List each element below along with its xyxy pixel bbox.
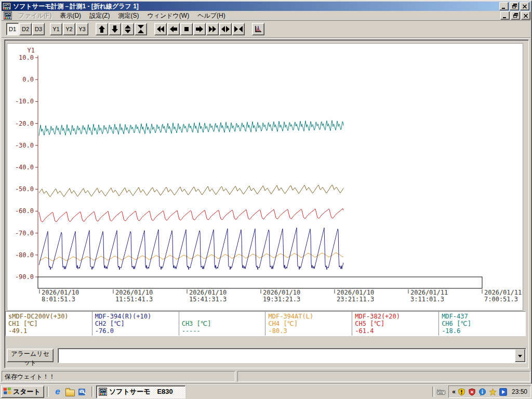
internet-explorer-icon[interactable]: e	[52, 387, 63, 397]
svg-text:Y1: Y1	[28, 47, 35, 54]
app-icon[interactable]	[3, 2, 11, 10]
d3-button[interactable]: D3	[32, 23, 45, 35]
minimize-button[interactable]	[499, 2, 509, 10]
tray-expand-chevron[interactable]: «	[452, 388, 456, 395]
menu-file[interactable]: ファイル(F)	[14, 10, 56, 21]
security-warning-shield-icon[interactable]	[458, 388, 466, 396]
security-alert-shield-icon[interactable]	[468, 388, 476, 396]
ch2-label: CH2 [℃]	[95, 320, 179, 327]
star-icon[interactable]	[489, 388, 497, 396]
status-message: 保存ウェイト！！	[2, 371, 235, 382]
mail-icon[interactable]	[77, 387, 88, 397]
step-left-button[interactable]	[167, 23, 180, 35]
ch6-label: CH6 [℃]	[442, 320, 525, 327]
collapse-vertical-icon	[137, 25, 145, 33]
status-bar: 保存ウェイト！！	[2, 369, 530, 383]
rewind-button[interactable]	[154, 23, 167, 35]
mdi-close-button[interactable]	[521, 11, 530, 20]
y2-button[interactable]: Y2	[63, 23, 75, 35]
info-balloon-icon[interactable]	[478, 388, 487, 396]
d1-button[interactable]: D1	[6, 23, 19, 35]
mdi-document-icon[interactable]	[4, 11, 12, 20]
legend-ch5[interactable]: MDF-382(+20) CH5 [℃] -61.4	[352, 312, 439, 336]
chart-panel: Y110.00.0-10.0-20.0-30.0-40.0-50.0-60.0-…	[7, 43, 523, 311]
legend-ch6[interactable]: MDF-437 CH6 [℃] -18.6	[439, 312, 525, 336]
y3-button[interactable]: Y3	[76, 23, 88, 35]
svg-text:11:51:41.3: 11:51:41.3	[115, 296, 153, 303]
ch6-name: MDF-437	[442, 313, 525, 320]
expand-horizontal-button[interactable]	[219, 23, 232, 35]
title-bar: ソフトサーモ計測－計測1 - [折れ線グラフ 1]	[2, 2, 530, 11]
ch6-value: -18.6	[442, 327, 525, 335]
d2-button[interactable]: D2	[19, 23, 32, 35]
close-button[interactable]	[520, 2, 529, 10]
menu-help[interactable]: ヘルプ(H)	[193, 10, 230, 21]
line-chart[interactable]: Y110.00.0-10.0-20.0-30.0-40.0-50.0-60.0-…	[7, 44, 523, 310]
alarm-message-combobox[interactable]	[58, 348, 526, 363]
svg-text:-30.0: -30.0	[15, 142, 34, 149]
fast-forward-button[interactable]	[206, 23, 219, 35]
mdi-restore-button[interactable]	[511, 11, 520, 20]
legend-ch2[interactable]: MDF-394(R)(+10) CH2 [℃] -76.0	[92, 312, 179, 336]
taskbar-separator-3	[432, 387, 434, 397]
alarm-reset-button[interactable]: アラームリセット	[7, 349, 54, 362]
legend-ch3[interactable]: CH3 [℃] -----	[179, 312, 266, 336]
stop-button[interactable]	[180, 23, 193, 35]
status-secondary	[237, 371, 530, 382]
ch5-value: -61.4	[355, 327, 438, 335]
scroll-up-button[interactable]	[96, 23, 108, 35]
system-tray: « 23:50	[448, 385, 531, 398]
ch1-name: sMDF-DC200V(+30)	[8, 313, 92, 320]
expand-vertical-icon	[124, 25, 132, 33]
menu-bar: ファイル(F) 表示(D) 設定(Z) 測定(S) ウィンドウ(W) ヘルプ(H…	[2, 11, 530, 21]
menu-view[interactable]: 表示(D)	[56, 10, 85, 21]
ch3-value: -----	[182, 327, 265, 335]
legend-ch1[interactable]: sMDF-DC200V(+30) CH1 [℃] -49.1	[6, 312, 92, 336]
scroll-down-button[interactable]	[109, 23, 121, 35]
svg-text:7:00:51.3: 7:00:51.3	[484, 296, 518, 303]
y1-button[interactable]: Y1	[50, 23, 62, 35]
chart-icon	[254, 25, 262, 33]
ch5-label: CH5 [℃]	[355, 320, 438, 327]
expand-horizontal-icon	[221, 25, 230, 33]
restore-button[interactable]	[510, 2, 519, 10]
windows-logo-icon	[3, 387, 11, 396]
down-arrow-icon	[111, 25, 119, 33]
start-button[interactable]: スタート	[1, 385, 44, 398]
mdi-minimize-button[interactable]	[500, 11, 510, 20]
ch3-label: CH3 [℃]	[182, 320, 265, 327]
up-arrow-icon	[98, 25, 106, 33]
svg-text:-80.0: -80.0	[15, 251, 34, 259]
svg-text:23:21:11.3: 23:21:11.3	[337, 296, 374, 303]
ch1-label: CH1 [℃]	[8, 320, 92, 327]
task-button-softthermo[interactable]: ソフトサーモ E830	[96, 385, 185, 398]
legend-ch4[interactable]: MDF-394AT(L) CH4 [℃] -80.3	[265, 312, 352, 336]
graph-view-button[interactable]	[252, 23, 264, 35]
ch2-name: MDF-394(R)(+10)	[95, 313, 179, 320]
svg-text:2026/01/10: 2026/01/10	[263, 289, 300, 296]
collapse-horizontal-button[interactable]	[232, 23, 245, 35]
menu-measure[interactable]: 測定(S)	[114, 10, 143, 21]
task-button-label: ソフトサーモ E830	[109, 387, 173, 396]
ch4-name: MDF-394AT(L)	[268, 313, 352, 320]
collapse-vertical-button[interactable]	[135, 23, 147, 35]
window-title: ソフトサーモ計測－計測1 - [折れ線グラフ 1]	[13, 2, 498, 11]
menu-window[interactable]: ウィンドウ(W)	[143, 10, 193, 21]
chevron-down-icon	[518, 355, 522, 360]
ch3-name	[182, 313, 265, 320]
media-play-icon[interactable]	[499, 388, 508, 396]
menu-settings[interactable]: 設定(Z)	[85, 10, 114, 21]
right-arrow-icon	[195, 25, 204, 33]
combobox-dropdown-button[interactable]	[515, 349, 525, 362]
graph-client-area: Y110.00.0-10.0-20.0-30.0-40.0-50.0-60.0-…	[4, 39, 529, 368]
step-right-button[interactable]	[193, 23, 206, 35]
double-left-icon	[156, 25, 165, 33]
taskbar-clock[interactable]: 23:50	[512, 388, 527, 395]
expand-vertical-button[interactable]	[122, 23, 134, 35]
folder-icon[interactable]	[65, 387, 75, 397]
svg-text:8:01:51.3: 8:01:51.3	[42, 296, 75, 303]
application-window: ソフトサーモ計測－計測1 - [折れ線グラフ 1] ファイル(F) 表示(D) …	[0, 0, 532, 399]
svg-text:2026/01/10: 2026/01/10	[337, 289, 374, 296]
keyboard-icon[interactable]	[437, 388, 445, 396]
collapse-horizontal-icon	[234, 25, 243, 33]
